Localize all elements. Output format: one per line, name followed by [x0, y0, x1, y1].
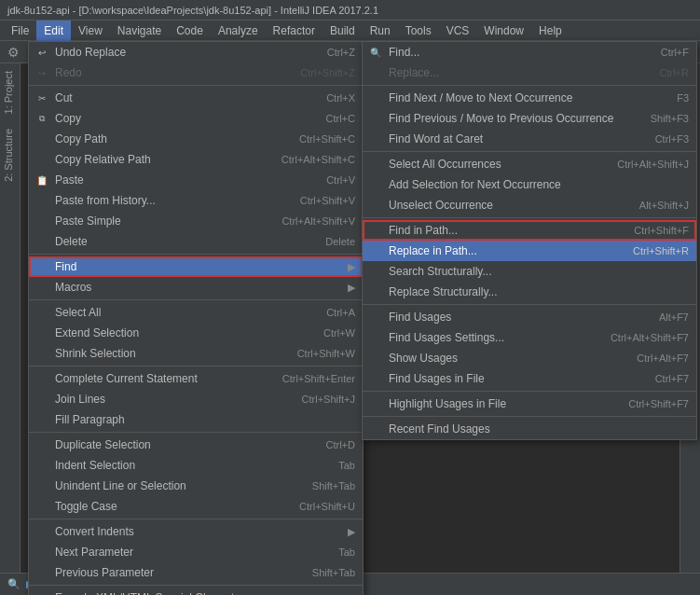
menu-paste-history[interactable]: Paste from History... Ctrl+Shift+V — [29, 190, 363, 211]
find-prev-occurrence[interactable]: Find Previous / Move to Previous Occurre… — [363, 108, 696, 129]
paste-icon: 📋 — [33, 175, 51, 186]
find-add-selection-next[interactable]: Add Selection for Next Occurrence — [363, 174, 696, 195]
find-word-at-caret[interactable]: Find Word at Caret Ctrl+F3 — [363, 129, 696, 149]
menu-encode-xml[interactable]: Encode XML/HTML Special Characters — [29, 588, 363, 595]
separator-3 — [29, 299, 363, 300]
menu-vcs[interactable]: VCS — [439, 21, 477, 41]
menu-select-all[interactable]: Select All Ctrl+A — [29, 302, 363, 323]
menu-window[interactable]: Window — [476, 21, 531, 41]
cut-icon: ✂ — [33, 93, 51, 104]
separator-6 — [29, 519, 363, 519]
find-sep-5 — [363, 391, 696, 392]
menu-complete-statement[interactable]: Complete Current Statement Ctrl+Shift+En… — [29, 368, 363, 389]
menu-bar: File Edit View Navigate Code Analyze Ref… — [0, 21, 700, 41]
menu-help[interactable]: Help — [531, 21, 570, 41]
menu-paste[interactable]: 📋 Paste Ctrl+V — [29, 170, 363, 190]
find-usages-settings[interactable]: Find Usages Settings... Ctrl+Alt+Shift+F… — [363, 327, 696, 348]
left-sidebar: 1: Project 2: Structure — [0, 63, 21, 573]
menu-code[interactable]: Code — [169, 21, 211, 41]
title-bar: jdk-8u152-api - [D:\workspace\IdeaProjec… — [0, 0, 700, 21]
find-sep-1 — [363, 85, 696, 86]
separator-5 — [29, 432, 363, 433]
menu-copy-relative-path[interactable]: Copy Relative Path Ctrl+Alt+Shift+C — [29, 149, 363, 170]
menu-delete[interactable]: Delete Delete — [29, 231, 363, 252]
status-icon: 🔍 — [7, 578, 21, 590]
replace-in-path[interactable]: Replace in Path... Ctrl+Shift+R — [363, 241, 696, 261]
menu-build[interactable]: Build — [323, 21, 363, 41]
find-sep-6 — [363, 416, 696, 417]
menu-undo[interactable]: ↩ Undo Replace Ctrl+Z — [29, 42, 363, 62]
menu-next-param[interactable]: Next Parameter Tab — [29, 542, 363, 562]
menu-shrink-selection[interactable]: Shrink Selection Ctrl+Shift+W — [29, 343, 363, 364]
find-select-all-occurrences[interactable]: Select All Occurrences Ctrl+Alt+Shift+J — [363, 154, 696, 174]
show-usages[interactable]: Show Usages Ctrl+Alt+F7 — [363, 348, 696, 368]
find-icon: 🔍 — [366, 48, 385, 58]
menu-edit[interactable]: Edit — [36, 21, 71, 41]
menu-analyze[interactable]: Analyze — [211, 21, 266, 41]
menu-run[interactable]: Run — [363, 21, 398, 41]
menu-duplicate-selection[interactable]: Duplicate Selection Ctrl+D — [29, 435, 363, 455]
menu-convert-indents[interactable]: Convert Indents ▶ — [29, 521, 363, 542]
menu-join-lines[interactable]: Join Lines Ctrl+Shift+J — [29, 389, 363, 409]
menu-copy[interactable]: ⧉ Copy Ctrl+C — [29, 108, 363, 129]
separator-7 — [29, 585, 363, 586]
menu-prev-param[interactable]: Previous Parameter Shift+Tab — [29, 562, 363, 583]
find-unselect-occurrence[interactable]: Unselect Occurrence Alt+Shift+J — [363, 195, 696, 215]
menu-unindent[interactable]: Unindent Line or Selection Shift+Tab — [29, 476, 363, 496]
find-in-path[interactable]: Find in Path... Ctrl+Shift+F — [363, 220, 696, 241]
menu-find[interactable]: Find ▶ — [29, 256, 363, 277]
settings-icon[interactable]: ⚙ — [4, 43, 23, 62]
find-replace-structurally[interactable]: Replace Structurally... — [363, 282, 696, 302]
find-next-occurrence[interactable]: Find Next / Move to Next Occurrence F3 — [363, 88, 696, 108]
menu-cut[interactable]: ✂ Cut Ctrl+X — [29, 88, 363, 108]
menu-refactor[interactable]: Refactor — [266, 21, 323, 41]
menu-paste-simple[interactable]: Paste Simple Ctrl+Alt+Shift+V — [29, 211, 363, 231]
separator-1 — [29, 85, 363, 86]
menu-tools[interactable]: Tools — [398, 21, 439, 41]
menu-toggle-case[interactable]: Toggle Case Ctrl+Shift+U — [29, 496, 363, 517]
find-replace[interactable]: Replace... Ctrl+R — [363, 62, 696, 83]
sidebar-project[interactable]: 1: Project — [0, 63, 20, 121]
sidebar-structure[interactable]: 2: Structure — [0, 121, 20, 189]
menu-extend-selection[interactable]: Extend Selection Ctrl+W — [29, 323, 363, 343]
menu-navigate[interactable]: Navigate — [110, 21, 169, 41]
find-usages[interactable]: Find Usages Alt+F7 — [363, 307, 696, 327]
separator-2 — [29, 254, 363, 255]
separator-4 — [29, 366, 363, 367]
edit-menu-dropdown: ↩ Undo Replace Ctrl+Z ↪ Redo Ctrl+Shift+… — [28, 41, 364, 595]
undo-icon: ↩ — [33, 48, 51, 58]
title-text: jdk-8u152-api - [D:\workspace\IdeaProjec… — [7, 5, 378, 16]
menu-copy-path[interactable]: Copy Path Ctrl+Shift+C — [29, 129, 363, 149]
find-sep-2 — [363, 151, 696, 152]
find-usages-in-file[interactable]: Find Usages in File Ctrl+F7 — [363, 368, 696, 389]
menu-redo: ↪ Redo Ctrl+Shift+Z — [29, 62, 363, 83]
menu-view[interactable]: View — [71, 21, 110, 41]
menu-fill-paragraph[interactable]: Fill Paragraph — [29, 409, 363, 430]
recent-find-usages[interactable]: Recent Find Usages — [363, 419, 696, 439]
highlight-usages-in-file[interactable]: Highlight Usages in File Ctrl+Shift+F7 — [363, 394, 696, 414]
menu-file[interactable]: File — [4, 21, 36, 41]
menu-indent-selection[interactable]: Indent Selection Tab — [29, 455, 363, 476]
find-search-structurally[interactable]: Search Structurally... — [363, 261, 696, 282]
menu-macros[interactable]: Macros ▶ — [29, 277, 363, 298]
redo-icon: ↪ — [33, 68, 51, 78]
find-find[interactable]: 🔍 Find... Ctrl+F — [363, 42, 696, 62]
find-sep-3 — [363, 217, 696, 218]
find-sep-4 — [363, 304, 696, 305]
copy-icon: ⧉ — [33, 114, 51, 124]
find-submenu: 🔍 Find... Ctrl+F Replace... Ctrl+R Find … — [362, 41, 697, 440]
